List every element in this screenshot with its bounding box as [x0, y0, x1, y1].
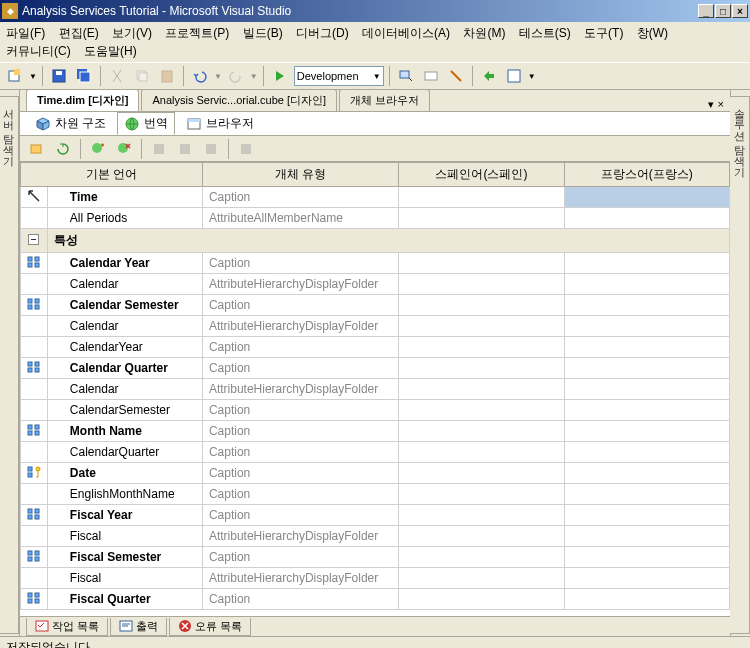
tb-cube4[interactable]	[235, 138, 257, 160]
table-row[interactable]: Calendar SemesterCaption	[21, 295, 730, 316]
cell-french[interactable]	[564, 295, 729, 316]
menu-tools[interactable]: 도구(T)	[584, 26, 623, 40]
right-tab-solution[interactable]: 솔루션 탐색기	[729, 96, 750, 634]
row-name[interactable]: CalendarSemester	[47, 400, 202, 421]
paste-button[interactable]	[156, 65, 178, 87]
cell-french[interactable]	[564, 421, 729, 442]
menu-debug[interactable]: 디버그(D)	[296, 26, 349, 40]
cell-spanish[interactable]	[399, 379, 564, 400]
cell-spanish[interactable]	[399, 316, 564, 337]
deploy-button[interactable]	[478, 65, 500, 87]
row-name[interactable]: Fiscal Quarter	[47, 589, 202, 610]
row-name[interactable]: Fiscal	[47, 526, 202, 547]
cell-spanish[interactable]	[399, 358, 564, 379]
cell-spanish[interactable]	[399, 421, 564, 442]
cell-french[interactable]	[564, 400, 729, 421]
cell-french[interactable]	[564, 589, 729, 610]
browse-button[interactable]	[503, 65, 525, 87]
minimize-button[interactable]: _	[698, 4, 714, 18]
menu-window[interactable]: 창(W)	[637, 26, 668, 40]
tab-close-icon[interactable]: ×	[718, 98, 724, 111]
subtab-translation[interactable]: 번역	[117, 112, 175, 135]
cell-spanish[interactable]	[399, 484, 564, 505]
row-name[interactable]: Fiscal	[47, 568, 202, 589]
menu-database[interactable]: 데이터베이스(A)	[362, 26, 450, 40]
cell-spanish[interactable]	[399, 589, 564, 610]
toolbar-overflow-icon[interactable]: ▼	[528, 72, 536, 81]
cell-spanish[interactable]	[399, 400, 564, 421]
bottom-tab-errors[interactable]: 오류 목록	[169, 618, 251, 636]
row-name[interactable]: Fiscal Semester	[47, 547, 202, 568]
menu-dimension[interactable]: 차원(M)	[463, 26, 505, 40]
row-name[interactable]: Calendar Semester	[47, 295, 202, 316]
tb-cube2[interactable]	[174, 138, 196, 160]
doc-tab-object-browser[interactable]: 개체 브라우저	[339, 89, 430, 111]
cell-spanish[interactable]	[399, 295, 564, 316]
cell-french[interactable]	[564, 568, 729, 589]
copy-button[interactable]	[131, 65, 153, 87]
expand-icon[interactable]	[21, 229, 48, 253]
row-name[interactable]: Calendar Quarter	[47, 358, 202, 379]
menu-project[interactable]: 프로젝트(P)	[165, 26, 229, 40]
cell-spanish[interactable]	[399, 208, 564, 229]
menu-file[interactable]: 파일(F)	[6, 26, 45, 40]
cell-french[interactable]	[564, 442, 729, 463]
table-row[interactable]: CalendarQuarterCaption	[21, 442, 730, 463]
start-button[interactable]	[269, 65, 291, 87]
row-name[interactable]: Calendar	[47, 316, 202, 337]
cell-spanish[interactable]	[399, 337, 564, 358]
row-name[interactable]: Month Name	[47, 421, 202, 442]
row-name[interactable]: Fiscal Year	[47, 505, 202, 526]
menu-edit[interactable]: 편집(E)	[59, 26, 99, 40]
delete-translation-button[interactable]	[113, 138, 135, 160]
row-name[interactable]: Calendar	[47, 274, 202, 295]
cell-spanish[interactable]	[399, 505, 564, 526]
cut-button[interactable]	[106, 65, 128, 87]
translation-grid[interactable]: 기본 언어 개체 유형 스페인어(스페인) 프랑스어(프랑스) TimeCapt…	[20, 162, 730, 616]
menu-test[interactable]: 테스트(S)	[519, 26, 571, 40]
config-dropdown[interactable]: Developmen▼	[294, 66, 384, 86]
bottom-tab-tasks[interactable]: 작업 목록	[26, 618, 108, 636]
cell-french[interactable]	[564, 274, 729, 295]
row-name[interactable]: Date	[47, 463, 202, 484]
cell-spanish[interactable]	[399, 253, 564, 274]
cell-french[interactable]	[564, 484, 729, 505]
undo-dropdown-icon[interactable]: ▼	[214, 72, 222, 81]
cell-spanish[interactable]	[399, 442, 564, 463]
left-tab-server-explorer[interactable]: 서버 탐색기	[0, 96, 19, 634]
doc-tab-time-dim[interactable]: Time.dim [디자인]	[26, 89, 139, 111]
cell-spanish[interactable]	[399, 187, 564, 208]
tab-list-dropdown-icon[interactable]: ▾	[708, 98, 714, 111]
table-row[interactable]: FiscalAttributeHierarchyDisplayFolder	[21, 526, 730, 547]
cell-french[interactable]	[564, 463, 729, 484]
cell-french[interactable]	[564, 505, 729, 526]
save-button[interactable]	[48, 65, 70, 87]
cell-french[interactable]	[564, 208, 729, 229]
table-row[interactable]: FiscalAttributeHierarchyDisplayFolder	[21, 568, 730, 589]
table-row[interactable]: 특성	[21, 229, 730, 253]
table-row[interactable]: Fiscal YearCaption	[21, 505, 730, 526]
row-name[interactable]: Calendar	[47, 379, 202, 400]
new-translation-button[interactable]	[87, 138, 109, 160]
table-row[interactable]: Month NameCaption	[21, 421, 730, 442]
table-row[interactable]: CalendarSemesterCaption	[21, 400, 730, 421]
reconnect-button[interactable]	[52, 138, 74, 160]
redo-dropdown-icon[interactable]: ▼	[250, 72, 258, 81]
cell-french[interactable]	[564, 337, 729, 358]
process-button[interactable]	[26, 138, 48, 160]
cell-spanish[interactable]	[399, 568, 564, 589]
save-all-button[interactable]	[73, 65, 95, 87]
cell-french[interactable]	[564, 253, 729, 274]
cell-french[interactable]	[564, 187, 729, 208]
header-type[interactable]: 개체 유형	[202, 163, 398, 187]
table-row[interactable]: All PeriodsAttributeAllMemberName	[21, 208, 730, 229]
redo-button[interactable]	[225, 65, 247, 87]
row-name[interactable]: EnglishMonthName	[47, 484, 202, 505]
tb-cube1[interactable]	[148, 138, 170, 160]
cell-spanish[interactable]	[399, 274, 564, 295]
subtab-browser[interactable]: 브라우저	[179, 112, 261, 135]
find-button[interactable]	[395, 65, 417, 87]
header-spanish[interactable]: 스페인어(스페인)	[399, 163, 564, 187]
menu-view[interactable]: 보기(V)	[112, 26, 152, 40]
table-row[interactable]: TimeCaption	[21, 187, 730, 208]
